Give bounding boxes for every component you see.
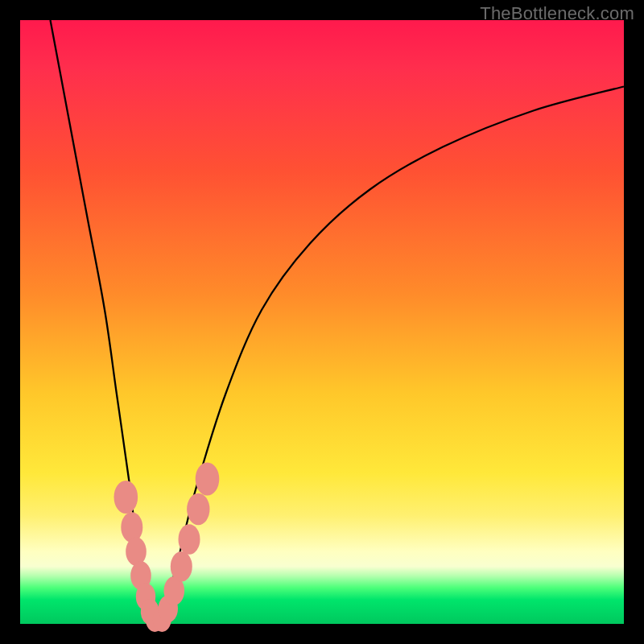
- outer-frame: TheBottleneck.com: [0, 0, 644, 644]
- bead-cluster: [114, 462, 220, 631]
- bead-marker: [114, 481, 138, 514]
- bead-marker: [196, 462, 220, 495]
- bead-marker: [121, 512, 142, 543]
- bead-marker: [179, 524, 200, 555]
- bead-marker: [171, 551, 192, 582]
- bead-marker: [187, 493, 209, 525]
- watermark-text: TheBottleneck.com: [480, 3, 634, 24]
- chart-svg: [20, 20, 624, 624]
- bead-marker: [126, 537, 147, 566]
